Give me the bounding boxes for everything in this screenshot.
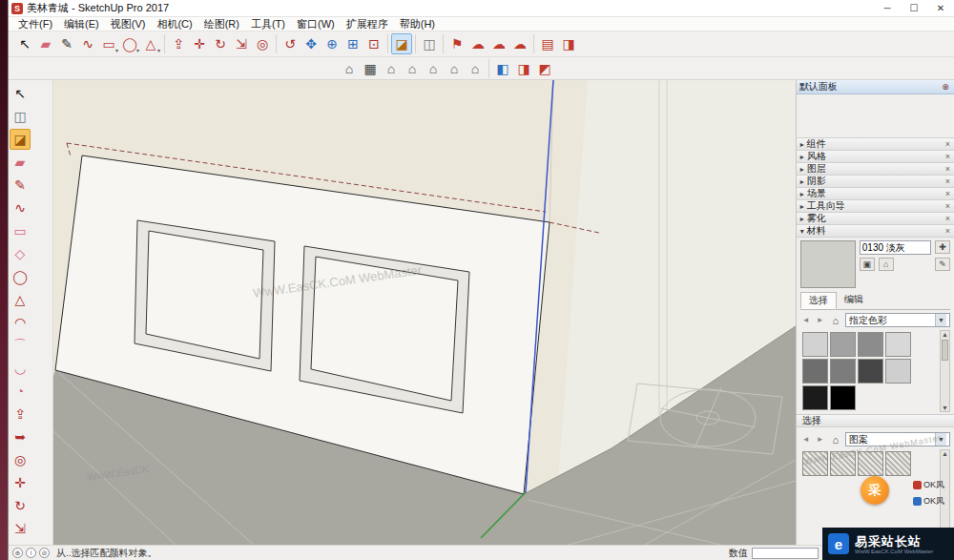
color-swatch-1[interactable] <box>830 332 856 357</box>
material-name-field[interactable] <box>860 240 931 255</box>
sample-paint-icon[interactable]: ✎ <box>935 258 950 271</box>
minimize-button[interactable]: ─ <box>874 0 901 16</box>
section-close-icon[interactable]: × <box>945 226 950 236</box>
select-icon[interactable]: ↖ <box>14 33 35 54</box>
follow-me-icon[interactable]: ➥ <box>10 426 31 447</box>
section-close-icon[interactable]: × <box>945 176 950 186</box>
color-swatch-9[interactable] <box>830 385 856 410</box>
circle-icon[interactable]: ◯▾ <box>119 33 140 54</box>
forward-arrow-icon[interactable]: ► <box>815 315 826 326</box>
title-bar[interactable]: S 美林青城 - SketchUp Pro 2017 ─ ☐ ✕ <box>9 0 954 17</box>
claim-status-icon[interactable]: ⊘ <box>39 548 50 558</box>
back-view-icon[interactable]: ⌂ <box>402 58 423 79</box>
freehand-icon[interactable]: ∿ <box>77 33 98 54</box>
polygon-icon[interactable]: △ <box>10 289 31 310</box>
3d-warehouse-icon[interactable]: ☁ <box>467 33 488 54</box>
right-view-icon[interactable]: ⌂ <box>444 58 465 79</box>
menu-item-5[interactable]: 工具(T) <box>245 17 291 31</box>
orbit-icon[interactable]: ↺ <box>280 33 301 54</box>
section-close-icon[interactable]: × <box>945 152 950 161</box>
in-model-icon[interactable]: ⌂ <box>829 434 842 446</box>
color-swatch-8[interactable] <box>802 385 828 410</box>
scroll-up-icon[interactable]: ▲ <box>942 450 948 457</box>
select-subsection-header[interactable]: 选择 <box>797 414 954 427</box>
color-swatch-7[interactable] <box>885 359 911 384</box>
pie-icon[interactable]: ◔ <box>10 381 31 402</box>
pattern-swatch-3[interactable] <box>885 451 911 476</box>
color-swatch-6[interactable] <box>858 359 883 384</box>
back-arrow-icon[interactable]: ◄ <box>800 315 812 326</box>
scroll-thumb[interactable] <box>942 340 948 361</box>
paint-bucket-icon[interactable]: ◪ <box>391 33 412 54</box>
style-builder-icon[interactable]: ◨ <box>558 33 579 54</box>
polygon-icon[interactable]: △▾ <box>140 33 161 54</box>
menu-item-4[interactable]: 绘图(R) <box>198 17 245 31</box>
offset-icon[interactable]: ◎ <box>252 33 273 54</box>
measurements-input[interactable] <box>752 548 819 559</box>
menu-item-7[interactable]: 扩展程序 <box>341 17 394 31</box>
push-pull-icon[interactable]: ⇪ <box>10 404 31 425</box>
tab-edit[interactable]: 编辑 <box>837 292 871 309</box>
section-materials[interactable]: ▾ 材料 × <box>797 224 954 238</box>
arc-icon[interactable]: ◠ <box>10 312 31 333</box>
color-swatch-2[interactable] <box>858 332 883 357</box>
front-view-icon[interactable]: ⌂ <box>381 58 402 79</box>
line-icon[interactable]: ✎ <box>10 175 31 196</box>
paint-bucket-icon[interactable]: ◪ <box>10 129 31 150</box>
scale-icon[interactable]: ⇲ <box>231 33 252 54</box>
zoom-window-icon[interactable]: ⊞ <box>342 33 363 54</box>
menu-item-0[interactable]: 文件(F) <box>12 17 58 31</box>
in-model-icon[interactable]: ⌂ <box>829 315 842 326</box>
section-风格[interactable]: ▸风格× <box>797 150 954 163</box>
credits-icon[interactable]: i <box>26 548 36 558</box>
zoom-icon[interactable]: ⊕ <box>321 33 342 54</box>
section-图层[interactable]: ▸图层× <box>797 162 954 176</box>
material-preview[interactable] <box>800 240 856 288</box>
section-工具向导[interactable]: ▸工具向导× <box>797 199 954 213</box>
section-close-icon[interactable]: × <box>945 214 950 223</box>
close-button[interactable]: ✕ <box>927 0 954 16</box>
rotate-icon[interactable]: ↻ <box>210 33 231 54</box>
section-plane-icon[interactable]: ◫ <box>419 33 440 54</box>
create-material-icon[interactable]: ✚ <box>935 240 950 254</box>
section-close-icon[interactable]: × <box>945 201 950 211</box>
circle-icon[interactable]: ◯ <box>10 266 31 287</box>
freehand-icon[interactable]: ∿ <box>10 197 31 218</box>
color-swatch-4[interactable] <box>802 359 828 384</box>
scroll-down-icon[interactable]: ▼ <box>942 404 948 411</box>
share-model-icon[interactable]: ☁ <box>488 33 509 54</box>
menu-item-3[interactable]: 相机(C) <box>151 17 197 31</box>
back-arrow-icon[interactable]: ◄ <box>800 434 812 446</box>
home-icon[interactable]: ⌂ <box>879 258 894 271</box>
select-icon[interactable]: ↖ <box>10 83 31 104</box>
view-cube-front-icon[interactable]: ◧ <box>492 58 513 79</box>
section-场景[interactable]: ▸场景× <box>797 187 954 200</box>
tab-select[interactable]: 选择 <box>800 292 837 309</box>
line-icon[interactable]: ✎ <box>56 33 77 54</box>
color-swatch-3[interactable] <box>885 332 911 357</box>
add-location-icon[interactable]: ⚑ <box>446 33 467 54</box>
eraser-icon[interactable]: ▰ <box>35 33 56 54</box>
rectangle-icon[interactable]: ▭▾ <box>98 33 119 54</box>
extension-warehouse-icon[interactable]: ☁ <box>509 33 530 54</box>
three-point-arc-icon[interactable]: ◡ <box>10 358 31 379</box>
panel-header[interactable]: 默认面板 ⊗ <box>797 80 954 94</box>
menu-item-8[interactable]: 帮助(H) <box>394 17 441 31</box>
pan-icon[interactable]: ✥ <box>301 33 321 54</box>
bottom-view-icon[interactable]: ⌂ <box>465 58 486 79</box>
forward-arrow-icon[interactable]: ► <box>815 434 826 446</box>
two-point-arc-icon[interactable]: ⌒ <box>10 335 31 356</box>
collection-dropdown[interactable]: 指定色彩 ▼ <box>845 313 950 327</box>
menu-item-1[interactable]: 编辑(E) <box>58 17 105 31</box>
make-component-icon[interactable]: ◫ <box>10 106 31 127</box>
section-close-icon[interactable]: × <box>945 164 950 174</box>
section-阴影[interactable]: ▸阴影× <box>797 175 954 188</box>
color-swatch-5[interactable] <box>830 359 856 384</box>
zoom-extents-icon[interactable]: ⊡ <box>363 33 384 54</box>
maximize-button[interactable]: ☐ <box>901 0 927 16</box>
color-swatch-0[interactable] <box>802 332 828 357</box>
offset-icon[interactable]: ◎ <box>10 449 31 470</box>
menu-item-2[interactable]: 视图(V) <box>105 17 152 31</box>
menu-item-6[interactable]: 窗口(W) <box>291 17 341 31</box>
rotated-rectangle-icon[interactable]: ◇ <box>10 243 31 264</box>
